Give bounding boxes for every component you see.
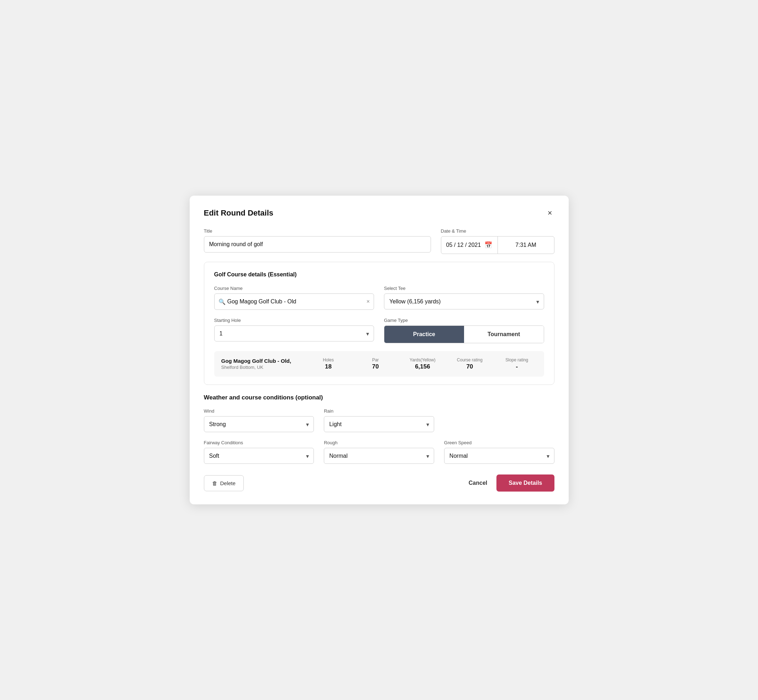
practice-button[interactable]: Practice <box>384 326 464 343</box>
time-value: 7:31 AM <box>515 242 536 248</box>
cancel-button[interactable]: Cancel <box>469 480 487 486</box>
trash-icon: 🗑 <box>212 480 218 486</box>
par-stat: Par 70 <box>356 358 395 370</box>
select-tee-wrap: Yellow (6,156 yards) White (6,500 yards)… <box>384 294 544 309</box>
fairway-select-wrap: SoftNormalHardWet ▾ <box>204 448 314 464</box>
footer-row: 🗑 Delete Cancel Save Details <box>204 475 554 492</box>
title-label: Title <box>204 228 431 234</box>
course-search-wrap: 🔍 × <box>214 294 374 310</box>
rain-dropdown[interactable]: NoneLightModerateHeavy <box>324 416 434 432</box>
yards-label: Yards(Yellow) <box>410 358 435 362</box>
course-name-input[interactable] <box>214 294 374 310</box>
game-type-toggle: Practice Tournament <box>384 325 544 343</box>
wind-group: Wind NoneLightModerateStrong ▾ <box>204 408 314 432</box>
close-button[interactable]: × <box>545 208 554 218</box>
par-value: 70 <box>372 363 379 370</box>
title-group: Title <box>204 228 431 254</box>
fairway-dropdown[interactable]: SoftNormalHardWet <box>204 448 314 464</box>
rough-select-wrap: SoftNormalHardWet ▾ <box>324 448 434 464</box>
starting-hole-group: Starting Hole 1234 5678 910 ▾ <box>214 318 374 343</box>
wind-rain-row: Wind NoneLightModerateStrong ▾ Rain None… <box>204 408 554 432</box>
rough-group: Rough SoftNormalHardWet ▾ <box>324 440 434 464</box>
select-tee-label: Select Tee <box>384 286 544 291</box>
footer-right: Cancel Save Details <box>469 475 554 492</box>
golf-course-section: Golf Course details (Essential) Course N… <box>204 262 554 385</box>
starting-hole-label: Starting Hole <box>214 318 374 323</box>
date-field[interactable]: 05 / 12 / 2021 📅 <box>441 236 498 254</box>
holes-stat: Holes 18 <box>308 358 348 370</box>
course-rating-value: 70 <box>466 363 473 370</box>
wind-dropdown[interactable]: NoneLightModerateStrong <box>204 416 314 432</box>
title-input[interactable] <box>204 236 431 253</box>
course-rating-stat: Course rating 70 <box>450 358 490 370</box>
conditions-row: Fairway Conditions SoftNormalHardWet ▾ R… <box>204 440 554 464</box>
tournament-button[interactable]: Tournament <box>464 326 544 343</box>
slope-rating-stat: Slope rating - <box>497 358 537 370</box>
save-details-button[interactable]: Save Details <box>496 475 554 492</box>
game-type-group: Game Type Practice Tournament <box>384 318 544 343</box>
course-location: Shelford Bottom, UK <box>221 364 301 370</box>
slope-rating-label: Slope rating <box>505 358 528 362</box>
course-info-box: Gog Magog Golf Club - Old, Shelford Bott… <box>214 351 544 377</box>
course-name-label: Course Name <box>214 286 374 291</box>
green-speed-dropdown[interactable]: SlowNormalFastVery Fast <box>444 448 554 464</box>
modal-header: Edit Round Details × <box>204 208 554 218</box>
rain-group: Rain NoneLightModerateHeavy ▾ <box>324 408 434 432</box>
green-speed-label: Green Speed <box>444 440 554 445</box>
rain-select-wrap: NoneLightModerateHeavy ▾ <box>324 416 434 432</box>
calendar-icon: 📅 <box>484 241 492 249</box>
starting-hole-dropdown[interactable]: 1234 5678 910 <box>214 325 374 341</box>
select-tee-dropdown[interactable]: Yellow (6,156 yards) White (6,500 yards)… <box>384 294 544 309</box>
slope-rating-value: - <box>516 363 518 370</box>
course-name-location: Gog Magog Golf Club - Old, Shelford Bott… <box>221 358 301 370</box>
starting-hole-wrap: 1234 5678 910 ▾ <box>214 325 374 341</box>
delete-label: Delete <box>220 480 236 486</box>
par-label: Par <box>372 358 379 362</box>
search-icon: 🔍 <box>219 298 226 305</box>
holes-value: 18 <box>325 363 332 370</box>
title-datetime-row: Title Date & Time 05 / 12 / 2021 📅 7:31 … <box>204 228 554 254</box>
fairway-group: Fairway Conditions SoftNormalHardWet ▾ <box>204 440 314 464</box>
hole-gametype-row: Starting Hole 1234 5678 910 ▾ Game Type … <box>214 318 544 343</box>
time-field[interactable]: 7:31 AM <box>498 236 554 254</box>
game-type-label: Game Type <box>384 318 544 323</box>
modal-title: Edit Round Details <box>204 208 274 218</box>
date-value: 05 / 12 / 2021 <box>446 242 481 248</box>
edit-round-modal: Edit Round Details × Title Date & Time 0… <box>190 195 568 505</box>
course-tee-row: Course Name 🔍 × Select Tee Yellow (6,156… <box>214 286 544 310</box>
weather-section-title: Weather and course conditions (optional) <box>204 394 554 401</box>
course-rating-label: Course rating <box>457 358 482 362</box>
datetime-group: Date & Time 05 / 12 / 2021 📅 7:31 AM <box>441 228 554 254</box>
course-name-group: Course Name 🔍 × <box>214 286 374 310</box>
fairway-label: Fairway Conditions <box>204 440 314 445</box>
rough-label: Rough <box>324 440 434 445</box>
golf-course-section-title: Golf Course details (Essential) <box>214 271 544 278</box>
holes-label: Holes <box>323 358 334 362</box>
course-full-name: Gog Magog Golf Club - Old, <box>221 358 301 364</box>
datetime-label: Date & Time <box>441 228 554 234</box>
delete-button[interactable]: 🗑 Delete <box>204 475 244 491</box>
rain-label: Rain <box>324 408 434 414</box>
yards-stat: Yards(Yellow) 6,156 <box>402 358 442 370</box>
yards-value: 6,156 <box>415 363 430 370</box>
select-tee-group: Select Tee Yellow (6,156 yards) White (6… <box>384 286 544 310</box>
green-speed-select-wrap: SlowNormalFastVery Fast ▾ <box>444 448 554 464</box>
date-time-field: 05 / 12 / 2021 📅 7:31 AM <box>441 236 554 254</box>
wind-label: Wind <box>204 408 314 414</box>
rough-dropdown[interactable]: SoftNormalHardWet <box>324 448 434 464</box>
wind-select-wrap: NoneLightModerateStrong ▾ <box>204 416 314 432</box>
weather-section: Weather and course conditions (optional)… <box>204 394 554 464</box>
green-speed-group: Green Speed SlowNormalFastVery Fast ▾ <box>444 440 554 464</box>
clear-icon[interactable]: × <box>366 298 370 305</box>
